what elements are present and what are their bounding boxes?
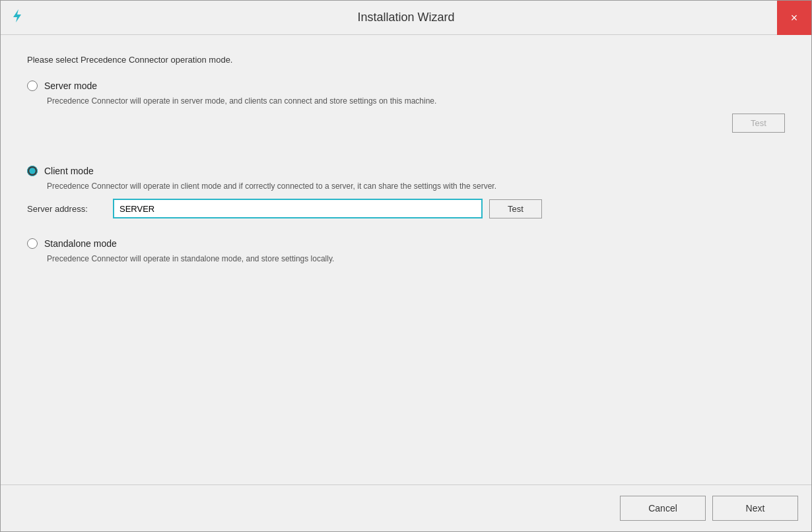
wizard-content: Please select Precedence Connector opera…	[1, 35, 811, 484]
server-mode-header: Server mode	[27, 81, 785, 91]
standalone-mode-radio[interactable]	[27, 238, 38, 249]
title-bar: Installation Wizard ×	[1, 1, 811, 35]
server-address-input[interactable]	[113, 199, 483, 218]
server-address-row: Server address: Test	[27, 199, 785, 218]
cancel-button[interactable]: Cancel	[620, 496, 706, 521]
server-mode-label: Server mode	[44, 81, 97, 91]
client-mode-label: Client mode	[44, 166, 94, 176]
standalone-mode-label: Standalone mode	[44, 238, 117, 249]
client-mode-radio[interactable]	[27, 166, 38, 176]
instruction-text: Please select Precedence Connector opera…	[27, 55, 785, 65]
standalone-mode-section: Standalone mode Precedence Connector wil…	[27, 238, 785, 265]
standalone-mode-description: Precedence Connector will operate in sta…	[27, 253, 785, 265]
client-mode-section: Client mode Precedence Connector will op…	[27, 166, 785, 218]
window-title: Installation Wizard	[357, 11, 454, 24]
wizard-window: Installation Wizard × Please select Prec…	[0, 0, 812, 532]
client-mode-description: Precedence Connector will operate in cli…	[27, 180, 785, 192]
svg-marker-0	[13, 9, 21, 22]
server-mode-section: Server mode Precedence Connector will op…	[27, 81, 785, 133]
next-button[interactable]: Next	[712, 496, 798, 521]
server-mode-description: Precedence Connector will operate in ser…	[27, 95, 785, 107]
server-mode-radio[interactable]	[27, 81, 38, 91]
app-icon	[10, 9, 24, 27]
wizard-footer: Cancel Next	[1, 484, 811, 531]
client-mode-header: Client mode	[27, 166, 785, 176]
server-address-label: Server address:	[27, 204, 106, 214]
standalone-mode-header: Standalone mode	[27, 238, 785, 249]
client-mode-test-button[interactable]: Test	[489, 199, 542, 218]
server-mode-test-button[interactable]: Test	[732, 114, 785, 133]
close-button[interactable]: ×	[777, 1, 811, 35]
